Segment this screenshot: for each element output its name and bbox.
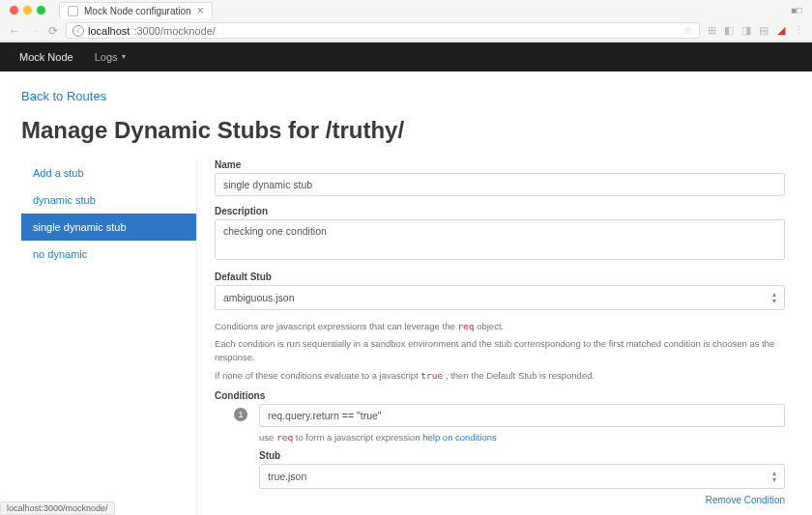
stub-form: Name Description checking one condition … xyxy=(215,159,791,515)
address-bar-row: ← → ⟳ i localhost:3000/mocknode/ ☆ ⊞ ◧ ◨… xyxy=(0,20,812,42)
url-path: :3000/mocknode/ xyxy=(133,25,215,37)
stub-label: Stub xyxy=(259,450,785,461)
help-on-conditions-link[interactable]: help on conditions xyxy=(422,432,497,443)
default-stub-select[interactable]: ambiguous.json ▴▾ xyxy=(215,285,785,310)
help-text-2: Each condition is run sequentially in a … xyxy=(215,337,785,365)
condition-stub-value: true.json xyxy=(268,471,306,482)
browser-tab[interactable]: Mock Node configuration × xyxy=(59,2,213,18)
help-text-1: Conditions are javascript expressions th… xyxy=(215,320,785,333)
url-host: localhost xyxy=(88,25,130,37)
name-input[interactable] xyxy=(215,173,785,196)
default-stub-label: Default Stub xyxy=(215,272,785,282)
help-text-3: If none of these conditions evaluate to … xyxy=(215,369,785,383)
condition-expression-input[interactable] xyxy=(259,404,785,427)
maximize-window-icon[interactable] xyxy=(37,6,45,14)
toolbar-extensions: ⊞ ◧ ◨ ▤ ◢ ⋮ xyxy=(706,24,804,37)
remove-condition-link[interactable]: Remove Condition xyxy=(706,495,785,505)
ext-icon-5[interactable]: ◢ xyxy=(775,24,787,37)
extension-badge: ■□ xyxy=(791,5,806,15)
browser-tab-strip: Mock Node configuration × ■□ xyxy=(0,0,812,20)
condition-row: 1 use req to form a javascript expressio… xyxy=(215,404,785,505)
ext-icon-1[interactable]: ⊞ xyxy=(706,24,717,37)
minimize-window-icon[interactable] xyxy=(23,6,32,14)
back-to-routes-link[interactable]: Back to Routes xyxy=(21,89,791,103)
name-label: Name xyxy=(215,159,785,170)
sidebar-item-single-dynamic-stub[interactable]: single dynamic stub xyxy=(21,214,196,241)
stub-sidebar: Add a stub dynamic stub single dynamic s… xyxy=(21,159,197,515)
nav-logs-dropdown[interactable]: Logs ▼ xyxy=(95,51,128,63)
sidebar-item-no-dynamic[interactable]: no dynamic xyxy=(21,241,196,268)
ext-icon-2[interactable]: ◧ xyxy=(723,24,735,37)
chevron-down-icon: ▼ xyxy=(121,53,128,60)
app-navbar: Mock Node Logs ▼ xyxy=(0,43,812,72)
brand[interactable]: Mock Node xyxy=(19,51,73,63)
condition-hint: use req to form a javascript expression … xyxy=(259,431,785,444)
window-controls xyxy=(6,6,49,14)
bookmark-icon[interactable]: ☆ xyxy=(683,24,693,37)
select-arrows-icon: ▴▾ xyxy=(772,470,776,483)
back-icon[interactable]: ← xyxy=(8,24,21,38)
close-tab-icon[interactable]: × xyxy=(197,5,204,16)
reload-icon[interactable]: ⟳ xyxy=(46,24,60,38)
default-stub-value: ambiguous.json xyxy=(223,292,295,303)
condition-stub-select[interactable]: true.json ▴▾ xyxy=(259,464,785,489)
ext-icon-3[interactable]: ◨ xyxy=(740,24,752,37)
close-window-icon[interactable] xyxy=(10,6,18,14)
ext-icon-4[interactable]: ▤ xyxy=(758,24,769,37)
sidebar-item-add-stub[interactable]: Add a stub xyxy=(21,159,196,186)
forward-icon: → xyxy=(27,24,41,38)
tab-title: Mock Node configuration xyxy=(84,6,191,16)
browser-status-bar: localhost:3000/mocknode/ xyxy=(0,501,115,515)
sidebar-item-dynamic-stub[interactable]: dynamic stub xyxy=(21,186,196,214)
description-textarea[interactable]: checking one condition xyxy=(215,219,785,260)
conditions-label: Conditions xyxy=(215,390,785,401)
address-bar[interactable]: i localhost:3000/mocknode/ ☆ xyxy=(66,22,700,39)
select-arrows-icon: ▴▾ xyxy=(772,291,776,304)
nav-logs-label: Logs xyxy=(95,51,118,63)
menu-icon[interactable]: ⋮ xyxy=(793,24,804,37)
favicon-icon xyxy=(68,6,78,16)
site-info-icon[interactable]: i xyxy=(72,25,84,37)
condition-index-badge: 1 xyxy=(234,408,247,421)
page-title: Manage Dynamic Stubs for /truthy/ xyxy=(21,117,791,144)
description-label: Description xyxy=(215,206,785,216)
